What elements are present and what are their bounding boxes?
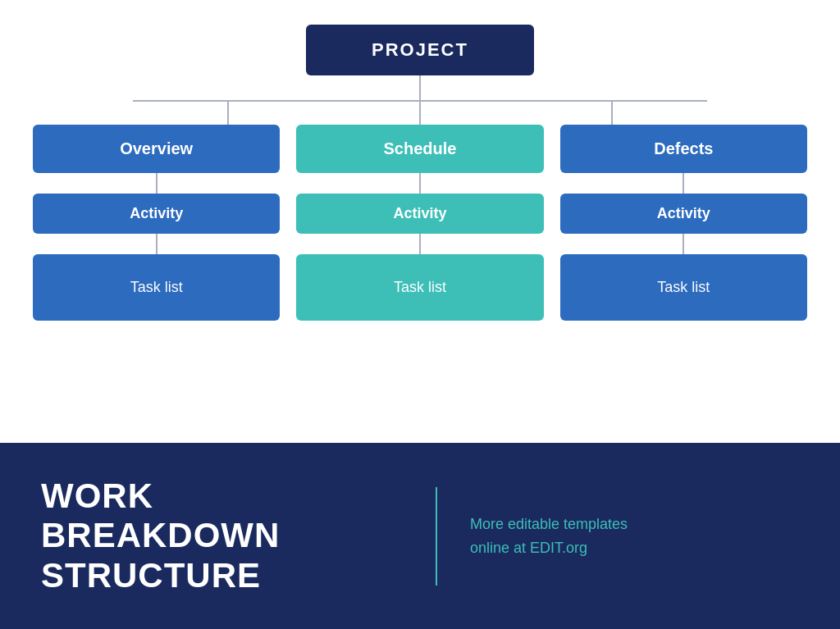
- defects-label: Defects: [654, 139, 713, 157]
- project-node: PROJECT: [306, 25, 534, 75]
- schedule-label: Schedule: [384, 139, 457, 157]
- defects-tasklist-box: Task list: [560, 254, 807, 321]
- footer-divider: [436, 487, 437, 586]
- v-line-top: [419, 75, 421, 100]
- schedule-activity-box: Activity: [296, 194, 543, 234]
- top-connector: [33, 75, 807, 125]
- footer-title-line2: STRUCTURE: [41, 556, 261, 595]
- col3-connector2: [682, 234, 684, 254]
- col-overview: Overview Activity Task list: [33, 125, 280, 321]
- vl-left: [227, 102, 229, 125]
- overview-activity-label: Activity: [130, 205, 183, 221]
- col2-connector1: [419, 173, 421, 194]
- diagram-area: PROJECT Overview Activity: [0, 0, 840, 443]
- col3-vl1: [682, 173, 684, 194]
- col1-connector2: [156, 234, 158, 254]
- col2-vl1: [419, 173, 421, 194]
- footer: WORK BREAKDOWN STRUCTURE More editable t…: [0, 443, 840, 629]
- project-label: PROJECT: [372, 39, 468, 60]
- footer-left: WORK BREAKDOWN STRUCTURE: [41, 476, 403, 595]
- footer-title: WORK BREAKDOWN STRUCTURE: [41, 476, 370, 595]
- overview-activity-box: Activity: [33, 194, 280, 234]
- schedule-activity-label: Activity: [393, 205, 446, 221]
- vl-right: [611, 102, 613, 125]
- col1-connector1: [156, 173, 158, 194]
- schedule-box: Schedule: [296, 125, 543, 173]
- col1-vl2: [156, 234, 158, 254]
- col3-connector1: [682, 173, 684, 194]
- col-defects: Defects Activity Task list: [560, 125, 807, 321]
- col1-vl1: [156, 173, 158, 194]
- defects-tasklist-label: Task list: [657, 279, 710, 295]
- columns-container: Overview Activity Task list Schedule: [33, 125, 807, 321]
- three-v-lines: [133, 102, 707, 125]
- footer-tagline: More editable templatesonline at EDIT.or…: [470, 513, 799, 560]
- footer-title-line1: WORK BREAKDOWN: [41, 476, 280, 554]
- overview-tasklist-label: Task list: [130, 279, 183, 295]
- defects-activity-label: Activity: [657, 205, 710, 221]
- overview-box: Overview: [33, 125, 280, 173]
- schedule-tasklist-label: Task list: [394, 279, 446, 295]
- vl-center: [419, 102, 421, 125]
- defects-activity-box: Activity: [560, 194, 807, 234]
- defects-box: Defects: [560, 125, 807, 173]
- footer-right: More editable templatesonline at EDIT.or…: [470, 513, 799, 560]
- col-schedule: Schedule Activity Task list: [296, 125, 543, 321]
- overview-label: Overview: [120, 139, 193, 157]
- overview-tasklist-box: Task list: [33, 254, 280, 321]
- schedule-tasklist-box: Task list: [296, 254, 543, 321]
- col2-connector2: [419, 234, 421, 254]
- col2-vl2: [419, 234, 421, 254]
- col3-vl2: [682, 234, 684, 254]
